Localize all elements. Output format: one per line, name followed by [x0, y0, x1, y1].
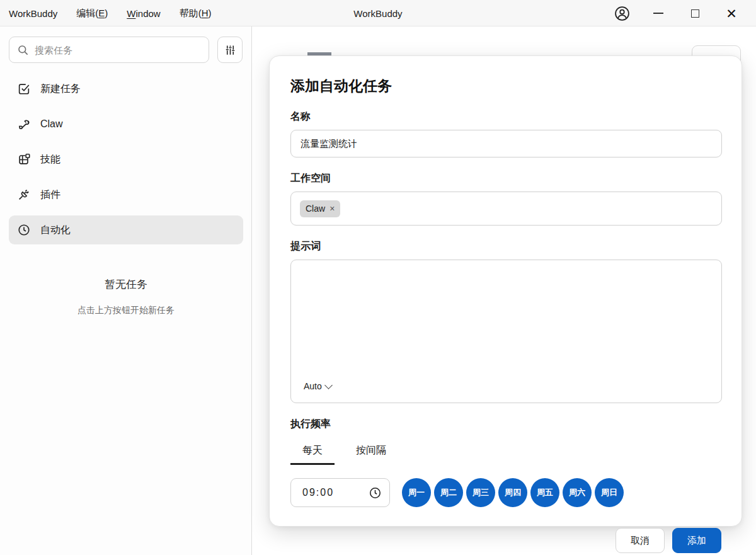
clock-icon: [17, 223, 31, 237]
task-name-input[interactable]: [290, 130, 722, 157]
maximize-button[interactable]: [677, 0, 713, 26]
workspace-input[interactable]: Claw ×: [290, 192, 722, 226]
weekday-selector: 周一 周二 周三 周四 周五 周六 周日: [402, 478, 624, 507]
menu-window[interactable]: Window: [127, 8, 160, 19]
menu-workbuddy[interactable]: WorkBuddy: [9, 8, 57, 19]
account-icon: [614, 6, 630, 21]
sidebar-item-automation[interactable]: 自动化: [9, 215, 243, 244]
name-label: 名称: [290, 110, 721, 123]
dialog-footer: 取消 添加: [269, 528, 742, 553]
sidebar: 新建任务 Claw 技能: [0, 26, 252, 555]
tag-remove-icon[interactable]: ×: [329, 204, 335, 213]
filter-button[interactable]: [217, 37, 243, 63]
task-search: [9, 37, 209, 63]
search-input[interactable]: [35, 45, 201, 55]
empty-state-subtitle: 点击上方按钮开始新任务: [0, 305, 252, 316]
day-button-tue[interactable]: 周二: [434, 478, 463, 507]
workspace-tag-label: Claw: [306, 203, 325, 214]
close-button[interactable]: ✕: [713, 0, 750, 26]
skills-icon: [17, 152, 31, 166]
time-field: [290, 478, 390, 507]
prompt-label: 提示词: [290, 240, 721, 253]
titlebar: WorkBuddy 编辑(E) Window 帮助(H) WorkBuddy ✕: [0, 0, 756, 26]
chevron-down-icon: [324, 381, 333, 389]
sliders-icon: [224, 44, 236, 56]
dialog-title: 添加自动化任务: [290, 76, 721, 96]
plugin-icon: [17, 188, 31, 202]
tab-interval[interactable]: 按间隔: [349, 440, 393, 465]
time-input[interactable]: [291, 479, 354, 506]
day-button-sat[interactable]: 周六: [563, 478, 592, 507]
empty-state: 暂无任务 点击上方按钮开始新任务: [0, 277, 252, 316]
empty-state-title: 暂无任务: [0, 277, 252, 292]
workspace-label: 工作空间: [290, 172, 721, 185]
close-icon: ✕: [726, 7, 737, 20]
model-selector[interactable]: Auto: [304, 381, 331, 391]
sidebar-item-plugins[interactable]: 插件: [9, 180, 243, 209]
day-button-fri[interactable]: 周五: [530, 478, 559, 507]
search-icon: [17, 44, 29, 56]
cancel-button[interactable]: 取消: [616, 528, 665, 553]
day-button-sun[interactable]: 周日: [595, 478, 624, 507]
tab-daily[interactable]: 每天: [290, 440, 335, 465]
workspace-tag: Claw ×: [300, 200, 340, 217]
day-button-wed[interactable]: 周三: [466, 478, 495, 507]
day-button-thu[interactable]: 周四: [498, 478, 527, 507]
new-task-icon: [17, 82, 31, 96]
clock-icon[interactable]: [369, 486, 382, 500]
minimize-icon: [653, 13, 663, 14]
sidebar-nav: 新建任务 Claw 技能: [9, 74, 243, 244]
prompt-textarea[interactable]: [291, 260, 721, 367]
claw-icon: [17, 117, 31, 131]
prompt-field: Auto: [290, 260, 722, 403]
menu-bar: WorkBuddy 编辑(E) Window 帮助(H): [9, 0, 212, 26]
sidebar-item-label: Claw: [40, 118, 63, 130]
sidebar-item-claw[interactable]: Claw: [9, 110, 243, 139]
frequency-label: 执行频率: [290, 418, 721, 431]
menu-help[interactable]: 帮助(H): [180, 8, 212, 20]
account-button[interactable]: [604, 0, 640, 26]
maximize-icon: [691, 9, 699, 18]
sidebar-item-label: 自动化: [40, 224, 71, 237]
frequency-tabs: 每天 按间隔: [290, 440, 721, 465]
add-automation-dialog: 添加自动化任务 名称 工作空间 Claw × 提示词 Auto 执行频率 每天 …: [269, 55, 742, 527]
sidebar-item-label: 新建任务: [40, 83, 81, 96]
confirm-add-button[interactable]: 添加: [672, 528, 721, 553]
sidebar-item-label: 技能: [40, 153, 60, 166]
sidebar-item-new-task[interactable]: 新建任务: [9, 74, 243, 103]
day-button-mon[interactable]: 周一: [402, 478, 431, 507]
model-selector-value: Auto: [304, 381, 322, 391]
minimize-button[interactable]: [640, 0, 677, 26]
menu-edit[interactable]: 编辑(E): [76, 8, 108, 20]
sidebar-item-label: 插件: [40, 188, 60, 202]
sidebar-item-skills[interactable]: 技能: [9, 145, 243, 174]
